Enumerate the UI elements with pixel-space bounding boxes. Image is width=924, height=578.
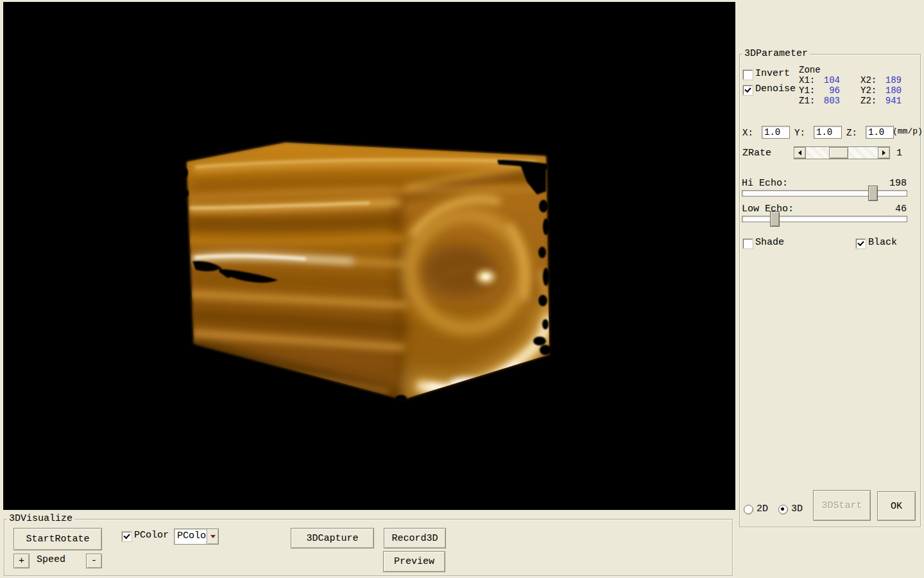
zrate-scrollbar-thumb[interactable] <box>829 147 848 159</box>
mode-3d-label: 3D <box>791 504 803 514</box>
dropdown-arrow-icon[interactable] <box>207 529 218 544</box>
ok-button[interactable]: OK <box>877 491 916 521</box>
zone-z1-value: 803 <box>812 96 840 106</box>
zone-title: Zone <box>799 65 821 75</box>
start-rotate-button[interactable]: StartRotate <box>13 528 102 550</box>
speed-minus-button[interactable]: - <box>86 554 102 568</box>
zrate-scrollbar[interactable] <box>794 146 890 159</box>
ultrasound-3d-volume <box>3 2 735 510</box>
black-checkbox[interactable] <box>856 239 866 249</box>
zone-y1-value: 96 <box>812 85 840 96</box>
shade-checkbox[interactable] <box>743 239 753 249</box>
low-echo-slider-thumb[interactable] <box>770 211 780 227</box>
low-echo-slider[interactable] <box>742 216 907 222</box>
speed-plus-button[interactable]: + <box>13 554 30 568</box>
visualize-panel: 3DVisualize StartRotate PColor PColor + … <box>4 519 733 576</box>
scale-z-input[interactable] <box>866 126 894 139</box>
denoise-checkbox[interactable] <box>743 85 753 95</box>
low-echo-value: 46 <box>868 204 907 215</box>
hi-echo-slider-thumb[interactable] <box>868 186 878 201</box>
mode-2d-radio[interactable] <box>744 505 753 514</box>
visualize-panel-title: 3DVisualize <box>7 514 74 524</box>
parameter-panel-title: 3DParameter <box>742 49 810 59</box>
invert-checkbox[interactable] <box>743 70 753 80</box>
scale-y-input[interactable] <box>814 126 842 139</box>
mode-3d-radio[interactable] <box>778 505 788 514</box>
record3d-button[interactable]: Record3D <box>384 528 446 548</box>
parameter-panel: 3DParameter Invert Denoise Zone X1: 104 … <box>739 54 921 527</box>
zrate-arrow-left-icon[interactable] <box>794 147 806 159</box>
hi-echo-slider[interactable] <box>742 190 907 197</box>
pcolor-checkbox[interactable] <box>122 532 132 541</box>
speed-label: Speed <box>37 555 65 565</box>
shade-label: Shade <box>755 238 784 248</box>
zone-y2-value: 180 <box>873 85 902 96</box>
scale-unit-label: (mm/p) <box>893 127 923 137</box>
3dcapture-button[interactable]: 3DCapture <box>291 528 374 548</box>
preview-button[interactable]: Preview <box>383 551 445 572</box>
volume-render-viewport[interactable] <box>3 2 735 510</box>
scale-y-label: Y: <box>794 128 805 138</box>
application-window: 3DParameter Invert Denoise Zone X1: 104 … <box>0 0 924 578</box>
3dstart-button[interactable]: 3DStart <box>813 490 871 521</box>
black-label: Black <box>868 238 897 248</box>
scale-z-label: Z: <box>846 128 857 138</box>
pcolor-label: PColor <box>134 530 169 541</box>
invert-label: Invert <box>755 69 790 79</box>
pcolor-select[interactable]: PColor <box>174 529 219 545</box>
zone-z2-value: 941 <box>873 96 902 106</box>
hi-echo-label: Hi Echo: <box>742 179 788 189</box>
scale-x-input[interactable] <box>762 126 790 139</box>
zone-x2-value: 189 <box>873 75 902 85</box>
mode-2d-label: 2D <box>757 504 768 514</box>
denoise-label: Denoise <box>755 84 796 94</box>
scale-x-label: X: <box>742 128 753 138</box>
zone-x1-value: 104 <box>812 75 840 85</box>
zrate-value: 1 <box>896 148 902 159</box>
zrate-label: ZRate <box>742 148 771 159</box>
low-echo-label: Low Echo: <box>742 204 794 215</box>
zrate-arrow-right-icon[interactable] <box>878 147 890 159</box>
